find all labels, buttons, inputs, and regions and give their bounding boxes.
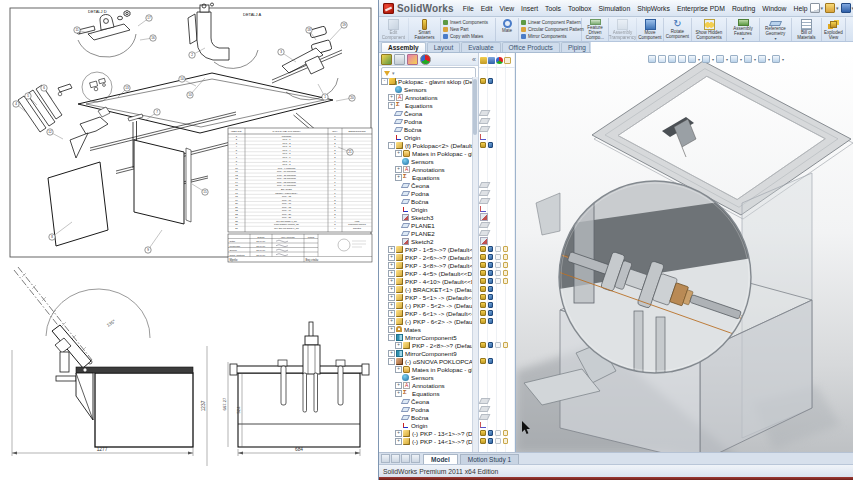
tree-item-equations[interactable]: +Equations <box>379 101 473 109</box>
ribbon-button-circular-component-pattern[interactable]: Circular Component Pattern <box>521 26 579 33</box>
tab-office-products[interactable]: Office Products <box>502 42 560 52</box>
expand-icon[interactable]: + <box>388 94 395 101</box>
tree-item-mates-in-poklopac-glavni[interactable]: +Mates in Poklopac - glavni <box>379 149 473 157</box>
expand-icon[interactable]: + <box>395 430 402 437</box>
display-mode-column-icon[interactable] <box>488 57 495 64</box>
apply-scene-icon[interactable] <box>744 55 752 63</box>
ribbon-button-show-hidden-components[interactable]: Show Hidden Components <box>692 18 727 41</box>
menu-enterprise-pdm[interactable]: Enterprise PDM <box>677 5 725 12</box>
expand-icon[interactable]: + <box>395 342 402 349</box>
tab-motion-study-1[interactable]: Motion Study 1 <box>460 454 519 464</box>
expand-icon[interactable]: + <box>388 246 395 253</box>
tree-item-pkp-5-1-default[interactable]: +PKP - 5<1> -> (Default<< <box>379 293 473 301</box>
collapse-icon[interactable]: - <box>388 334 395 341</box>
expand-icon[interactable]: + <box>388 310 395 317</box>
tab-model[interactable]: Model <box>423 454 458 464</box>
tree-item-podna[interactable]: Podna <box>379 189 473 197</box>
expand-icon[interactable]: + <box>388 318 395 325</box>
ribbon-button-rotate-component[interactable]: ↻Rotate Component <box>664 18 692 41</box>
transparency-column-icon[interactable] <box>504 57 511 64</box>
appearance-column-icon[interactable] <box>496 57 503 64</box>
previous-view-icon[interactable] <box>668 55 676 63</box>
ribbon-button-move-component[interactable]: Move Component <box>637 18 664 41</box>
tree-item-origin[interactable]: Origin <box>379 205 473 213</box>
expand-icon[interactable]: + <box>388 350 395 357</box>
ribbon-button-insert-components[interactable]: Insert Components <box>443 19 493 26</box>
collapse-icon[interactable]: - <box>388 358 395 365</box>
expand-icon[interactable]: + <box>395 150 402 157</box>
expand-icon[interactable]: + <box>388 326 395 333</box>
menu-simulation[interactable]: Simulation <box>598 5 630 12</box>
tab-piping[interactable]: Piping <box>561 42 590 52</box>
expand-icon[interactable]: + <box>395 382 402 389</box>
zoom-fit-icon[interactable] <box>648 55 656 63</box>
ribbon-button-smart-fasteners[interactable]: Smart Fasteners <box>409 18 441 41</box>
tree-item-equations[interactable]: +Equations <box>379 173 473 181</box>
hide-show-items-icon[interactable] <box>716 55 724 63</box>
tree-item-sensors[interactable]: Sensors <box>379 85 473 93</box>
tree-item-pkp-3-8-default[interactable]: +PKP - 3<8>->? (Default<< <box>379 261 473 269</box>
tab-layout[interactable]: Layout <box>427 42 461 52</box>
menu-tools[interactable]: Tools <box>545 5 561 12</box>
expand-icon[interactable]: + <box>395 174 402 181</box>
tree-item-f-poklopac-2-default-dis[interactable]: -(f) Poklopac<2> (Default<Dis <box>379 141 473 149</box>
menu-insert[interactable]: Insert <box>521 5 538 12</box>
tab-nav-button[interactable] <box>401 454 410 463</box>
expand-icon[interactable]: + <box>395 166 402 173</box>
menu-edit[interactable]: Edit <box>481 5 493 12</box>
tree-scrollbar-thumb[interactable] <box>473 79 477 135</box>
display-style-icon[interactable] <box>702 55 710 63</box>
tree-item-origin[interactable]: Origin <box>379 421 473 429</box>
property-manager-tab[interactable] <box>394 54 405 65</box>
configuration-manager-tab[interactable] <box>407 54 418 65</box>
tab-nav-button[interactable] <box>391 454 400 463</box>
expand-icon[interactable]: + <box>388 262 395 269</box>
ribbon-button-exploded-view[interactable]: Exploded View <box>822 18 846 41</box>
menu-help[interactable]: Help <box>794 5 808 12</box>
expand-icon[interactable]: + <box>388 270 395 277</box>
new-document-icon[interactable]: ▾ <box>810 3 825 13</box>
ribbon-button-new-part[interactable]: New Part <box>443 26 493 33</box>
zoom-to-area-icon[interactable] <box>658 55 666 63</box>
section-view-icon[interactable] <box>678 55 686 63</box>
ribbon-button-mate[interactable]: Mate <box>496 18 519 41</box>
open-folder-icon[interactable]: ▾ <box>825 3 840 13</box>
tree-item-sketch3[interactable]: Sketch3 <box>379 213 473 221</box>
tree-item-sketch2[interactable]: Sketch2 <box>379 237 473 245</box>
tree-item-annotations[interactable]: +Annotations <box>379 165 473 173</box>
tab-assembly[interactable]: Assembly <box>381 42 426 52</box>
ribbon-button-copy-with-mates[interactable]: Copy with Mates <box>443 33 493 40</box>
feature-manager-tab[interactable] <box>381 54 392 65</box>
collapse-icon[interactable]: - <box>388 142 395 149</box>
graphics-area[interactable]: ▾▾▾▾▾▾▾ <box>516 53 853 452</box>
menu-window[interactable]: Window <box>762 5 786 12</box>
ribbon-button-linear-component-pattern[interactable]: Linear Component Pattern <box>521 19 579 26</box>
tree-item-bo-na[interactable]: Bočna <box>379 197 473 205</box>
tab-nav-button[interactable] <box>411 454 420 463</box>
tab-evaluate[interactable]: Evaluate <box>461 42 500 52</box>
view-orientation-icon[interactable] <box>688 55 696 63</box>
tree-item-plane2[interactable]: PLANE2 <box>379 229 473 237</box>
tree-item-poklopac-glavni-sklop-default[interactable]: -Poklopac - glavni sklop (Default- <box>379 77 473 85</box>
expand-icon[interactable]: + <box>395 366 402 373</box>
tree-item-pkp-4-5-default-de[interactable]: +PKP - 4<5> (Default<<De <box>379 269 473 277</box>
tree-item-mirrorcomponent5[interactable]: -MirrorComponent5 <box>379 333 473 341</box>
tree-item-annotations[interactable]: +Annotations <box>379 381 473 389</box>
expand-icon[interactable]: + <box>395 390 402 397</box>
tree-item-origin[interactable]: Origin <box>379 133 473 141</box>
tree-item-pkp-14-1-defa[interactable]: +(-) PKP - 14<1>->? (Defa <box>379 437 473 445</box>
filter-input[interactable] <box>397 70 473 77</box>
display-manager-tab[interactable] <box>420 54 431 65</box>
tree-item-mirrorcomponent9[interactable]: +MirrorComponent9 <box>379 349 473 357</box>
expand-icon[interactable]: + <box>388 302 395 309</box>
ribbon-button-reference-geometry[interactable]: Reference Geometry▾ <box>760 18 792 41</box>
tree-item-eona[interactable]: Čeona <box>379 181 473 189</box>
tree-item-sensors[interactable]: Sensors <box>379 157 473 165</box>
tree-item-pkp-1-5-default[interactable]: +PKP - 1<5>->? (Default<< <box>379 245 473 253</box>
expand-icon[interactable]: + <box>388 102 395 109</box>
tree-item-mates[interactable]: +Mates <box>379 325 473 333</box>
ribbon-button-mirror-components[interactable]: Mirror Components <box>521 33 579 40</box>
tree-item-bracket-1-default[interactable]: +(-) BRACKET<1> (Default- <box>379 285 473 293</box>
menu-file[interactable]: File <box>463 5 474 12</box>
filter-caret-icon[interactable]: ▾ <box>392 70 395 76</box>
